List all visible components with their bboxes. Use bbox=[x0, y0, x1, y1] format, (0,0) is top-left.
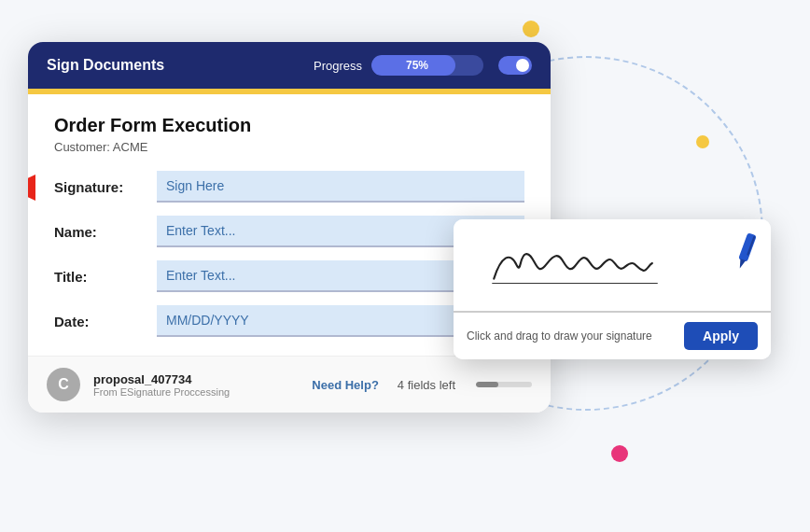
toggle-switch[interactable] bbox=[498, 56, 532, 75]
avatar: C bbox=[47, 368, 80, 401]
footer-info: proposal_407734 From ESignature Proccess… bbox=[93, 372, 299, 398]
fields-progress-bar bbox=[476, 382, 532, 387]
source-label: From ESignature Proccessing bbox=[93, 386, 299, 398]
signature-drawing bbox=[468, 229, 756, 301]
signature-popup: Click and drag to draw your signature Ap… bbox=[454, 219, 771, 359]
progress-bar-fill: 75% bbox=[371, 55, 455, 76]
signature-field[interactable]: Sign Here bbox=[157, 171, 524, 203]
signature-row: Signature: Sign Here bbox=[54, 171, 524, 203]
name-label: Name: bbox=[54, 224, 157, 240]
date-placeholder: MM/DD/YYYY bbox=[166, 313, 249, 328]
signature-placeholder: Sign Here bbox=[166, 178, 224, 193]
signature-canvas[interactable] bbox=[454, 219, 771, 313]
progress-bar: 75% bbox=[371, 55, 483, 76]
document-title: Sign Documents bbox=[47, 57, 164, 74]
signature-label: Signature: bbox=[54, 179, 157, 195]
decorative-dot-yellow-top bbox=[523, 21, 539, 37]
svg-marker-2 bbox=[737, 259, 746, 269]
progress-percent: 75% bbox=[398, 59, 428, 72]
title-label: Title: bbox=[54, 269, 157, 285]
pen-icon bbox=[730, 229, 763, 288]
decorative-dot-pink-bottom bbox=[611, 445, 628, 462]
field-arrow-indicator bbox=[28, 175, 35, 201]
apply-button[interactable]: Apply bbox=[684, 322, 758, 350]
document-footer: C proposal_407734 From ESignature Procce… bbox=[28, 356, 551, 413]
title-placeholder: Enter Text... bbox=[166, 268, 235, 283]
progress-label: Progress bbox=[314, 59, 362, 73]
filename: proposal_407734 bbox=[93, 372, 299, 386]
name-placeholder: Enter Text... bbox=[166, 223, 235, 238]
fields-progress-fill bbox=[476, 382, 498, 387]
signature-hint: Click and drag to draw your signature bbox=[467, 329, 652, 343]
signature-popup-footer: Click and drag to draw your signature Ap… bbox=[454, 313, 771, 359]
need-help-link[interactable]: Need Help? bbox=[312, 378, 379, 392]
decorative-dot-yellow-right bbox=[696, 135, 709, 148]
document-header: Sign Documents Progress 75% bbox=[28, 42, 551, 89]
date-label: Date: bbox=[54, 314, 157, 329]
progress-section: Progress 75% bbox=[314, 55, 532, 76]
customer-label: Customer: ACME bbox=[54, 140, 524, 154]
form-title: Order Form Execution bbox=[54, 115, 524, 136]
fields-left: 4 fields left bbox=[398, 378, 455, 392]
